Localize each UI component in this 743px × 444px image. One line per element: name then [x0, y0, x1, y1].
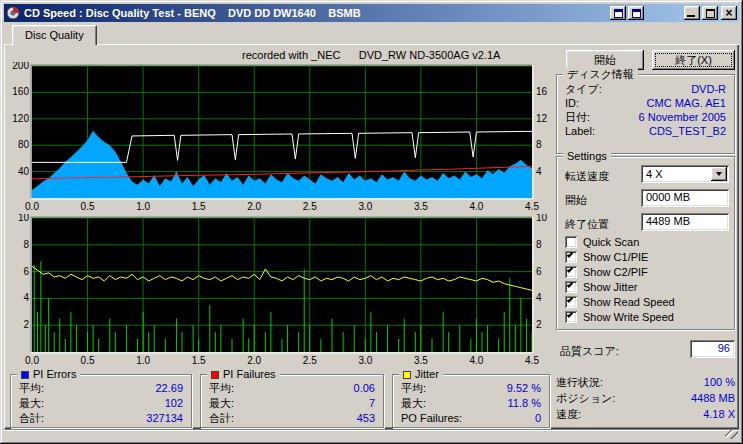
svg-text:80: 80: [18, 139, 30, 150]
titlebar[interactable]: CD Speed : Disc Quality Test - BENQ DVD …: [4, 4, 739, 22]
svg-text:1.0: 1.0: [136, 355, 150, 366]
disc-id-row: ID:CMC MAG. AE1: [565, 97, 726, 111]
pi-errors-title: PI Errors: [33, 368, 76, 381]
disc-id-label: ID:: [565, 97, 579, 111]
svg-text:1.5: 1.5: [192, 201, 206, 212]
pi-errors-legend-chip: [21, 371, 29, 379]
maximize-button[interactable]: [702, 6, 718, 20]
titlebar-extra-button-1[interactable]: [610, 6, 626, 20]
quick-scan-checkbox[interactable]: [565, 236, 577, 248]
svg-text:3.0: 3.0: [358, 201, 372, 212]
checkbox-show-c2-pif[interactable]: Show C2/PIF: [565, 265, 648, 278]
quality-score-value: 96: [690, 340, 735, 358]
speed-select[interactable]: 4 X: [641, 165, 729, 183]
checkbox-label: Quick Scan: [583, 236, 639, 248]
svg-text:10: 10: [536, 214, 548, 223]
disc-type-label: タイプ:: [565, 83, 602, 97]
app-icon: [6, 6, 20, 20]
svg-text:160: 160: [12, 86, 29, 97]
show-write-speed-checkbox[interactable]: [565, 311, 577, 323]
end-position-label: 終了位置: [565, 217, 609, 232]
titlebar-extra-button-2[interactable]: [628, 6, 644, 20]
pi-errors-group: PI Errors 平均:22.69 最大:102 合計:327134: [10, 374, 192, 428]
start-button[interactable]: 開始: [566, 50, 644, 70]
svg-text:2.0: 2.0: [247, 355, 261, 366]
svg-text:16: 16: [536, 86, 548, 97]
settings-group: Settings 転送速度 4 X 開始 0000 MB 終了位置 4489 M…: [556, 156, 735, 330]
start-position-label: 開始: [565, 193, 587, 208]
check-icon: [567, 266, 573, 272]
svg-text:12: 12: [536, 113, 548, 124]
checkbox-show-c1-pie[interactable]: Show C1/PIE: [565, 250, 648, 263]
exit-button[interactable]: 終了(X): [652, 50, 735, 70]
show-read-speed-checkbox[interactable]: [565, 296, 577, 308]
stat-row: 合計:453: [209, 412, 375, 427]
pi-failures-title: PI Failures: [223, 368, 276, 381]
document-icon: [614, 9, 623, 18]
stat-row: 平均:0.06: [209, 382, 375, 397]
pie-speed-chart-svg: 20016012080401612840.00.51.01.52.02.53.0…: [8, 62, 550, 212]
start-position-field[interactable]: 0000 MB: [641, 189, 729, 207]
show-jitter-checkbox[interactable]: [565, 281, 577, 293]
document-icon: [632, 9, 641, 18]
svg-text:1.5: 1.5: [192, 355, 206, 366]
stat-row: 平均:22.69: [19, 382, 183, 397]
position-row: ポジション:4488 MB: [556, 392, 735, 408]
disc-info-group: ディスク情報 タイプ:DVD-R ID:CMC MAG. AE1 日付:6 No…: [556, 74, 735, 154]
minimize-button[interactable]: [684, 6, 700, 20]
check-icon: [567, 296, 573, 302]
checkbox-label: Show Write Speed: [583, 311, 674, 323]
tab-page: recorded with _NEC DVD_RW ND-3500AG v2.1…: [4, 44, 739, 429]
svg-text:0.5: 0.5: [81, 201, 95, 212]
speed-row: 速度:4.18 X: [556, 408, 735, 424]
status-bar: [4, 429, 739, 440]
svg-text:2: 2: [23, 319, 29, 330]
svg-text:0.0: 0.0: [25, 201, 39, 212]
svg-text:4.0: 4.0: [469, 201, 483, 212]
end-position-field[interactable]: 4489 MB: [641, 213, 729, 231]
checkbox-label: Show Jitter: [583, 281, 637, 293]
stat-row: PO Failures:0: [401, 412, 541, 427]
jitter-title: Jitter: [415, 368, 439, 381]
checkbox-quick-scan[interactable]: Quick Scan: [565, 235, 639, 248]
recorded-with-text: recorded with _NEC DVD_RW ND-3500AG v2.1…: [242, 49, 500, 61]
svg-text:0.5: 0.5: [81, 355, 95, 366]
progress-row: 進行状況:100 %: [556, 376, 735, 392]
svg-text:4.5: 4.5: [525, 201, 539, 212]
checkbox-show-write-speed[interactable]: Show Write Speed: [565, 310, 674, 323]
checkbox-show-jitter[interactable]: Show Jitter: [565, 280, 637, 293]
jitter-legend-chip: [403, 371, 411, 379]
disc-date-row: 日付:6 November 2005: [565, 111, 726, 125]
svg-text:2.5: 2.5: [303, 355, 317, 366]
checkbox-show-read-speed[interactable]: Show Read Speed: [565, 295, 675, 308]
svg-text:8: 8: [23, 239, 29, 250]
close-button[interactable]: ×: [721, 6, 737, 20]
disc-date-label: 日付:: [565, 111, 590, 125]
svg-text:120: 120: [12, 113, 29, 124]
pif-jitter-chart-svg: 1086421086420.00.51.01.52.02.53.03.54.04…: [8, 214, 550, 366]
quality-score-label: 品質スコア:: [560, 344, 619, 359]
svg-text:3.5: 3.5: [414, 355, 428, 366]
show-c1-pie-checkbox[interactable]: [565, 251, 577, 263]
maximize-icon: [706, 9, 715, 18]
svg-text:200: 200: [12, 62, 29, 71]
check-icon: [567, 281, 573, 287]
speed-select-dropdown-button[interactable]: [711, 167, 727, 181]
check-icon: [567, 251, 573, 257]
svg-text:3.5: 3.5: [414, 201, 428, 212]
disc-type-row: タイプ:DVD-R: [565, 83, 726, 97]
window-title: CD Speed : Disc Quality Test - BENQ DVD …: [24, 7, 608, 19]
stat-row: 最大:102: [19, 397, 183, 412]
show-c2-pif-checkbox[interactable]: [565, 266, 577, 278]
disc-label-row: Label:CDS_TEST_B2: [565, 125, 726, 139]
tab-disc-quality[interactable]: Disc Quality: [12, 25, 97, 45]
disc-date-value: 6 November 2005: [639, 111, 726, 125]
app-window: CD Speed : Disc Quality Test - BENQ DVD …: [0, 0, 743, 444]
svg-text:4.0: 4.0: [469, 355, 483, 366]
close-icon: ×: [725, 7, 732, 19]
resize-grip[interactable]: [725, 430, 738, 439]
tab-label: Disc Quality: [25, 29, 84, 41]
disc-label-value: CDS_TEST_B2: [649, 125, 726, 139]
svg-text:10: 10: [18, 214, 30, 223]
chevron-down-icon: [716, 172, 722, 176]
